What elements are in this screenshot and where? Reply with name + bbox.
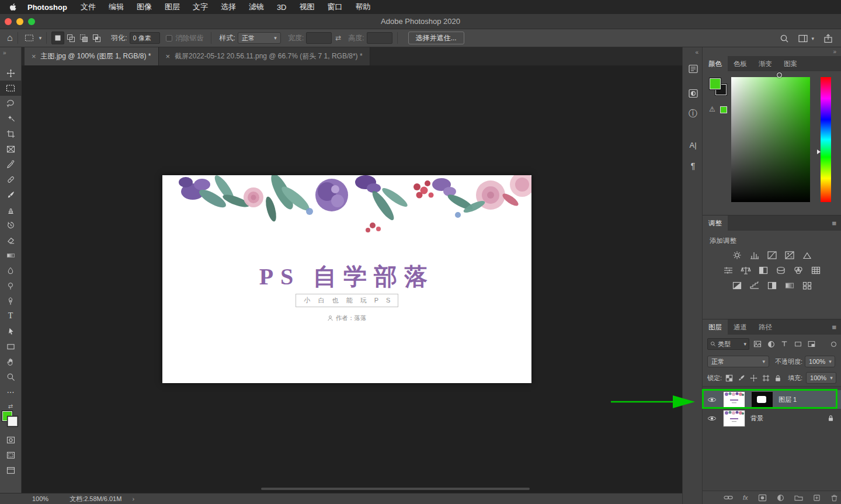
height-input[interactable] [367,32,392,44]
horizontal-scrollbar[interactable] [261,488,530,490]
pen-tool[interactable] [0,293,22,308]
lasso-tool[interactable] [0,96,22,111]
document-tab-2[interactable]: × 截屏2022-05-12 20.56.11.png @ 66.7% (箭头 … [159,47,370,65]
tab-patterns[interactable]: 图案 [778,56,803,71]
new-adjustment-layer-button[interactable] [777,494,784,502]
menu-image[interactable]: 图像 [130,2,158,12]
home-icon[interactable]: ⌂ [7,33,13,43]
gamut-warning-icon[interactable]: ⚠ [709,105,715,113]
add-layer-mask-button[interactable] [758,494,767,502]
invert-adjustment-icon[interactable] [729,279,745,292]
layer-row-background[interactable]: 背景 [703,409,841,427]
crop-tool[interactable] [0,126,22,141]
workspace-switcher[interactable]: ▾ [798,34,814,43]
quick-selection-tool[interactable] [0,111,22,126]
rectangle-shape-tool[interactable] [0,339,22,354]
selective-color-adjustment-icon[interactable] [799,279,815,292]
intersect-selection-button[interactable] [90,32,103,44]
eraser-tool[interactable] [0,232,22,248]
clone-stamp-tool[interactable] [0,202,22,217]
threshold-adjustment-icon[interactable] [764,279,780,292]
menu-edit[interactable]: 编辑 [102,2,130,12]
type-tool[interactable]: T [0,308,22,324]
menu-select[interactable]: 选择 [214,2,242,12]
style-dropdown[interactable]: 正常 ▾ [238,32,281,44]
tab-layers[interactable]: 图层 [703,319,728,335]
feather-input[interactable] [130,32,160,44]
quick-mask-button[interactable] [0,432,22,447]
add-to-selection-button[interactable] [64,32,77,44]
brightness-contrast-adjustment-icon[interactable] [729,249,745,262]
link-layers-button[interactable] [724,494,733,501]
app-menu-name[interactable]: Photoshop [20,3,74,12]
background-color-swatch[interactable] [8,416,18,426]
lock-pixels-button[interactable] [736,373,746,383]
document-canvas[interactable]: PS 自学部落 小 白 也 能 玩 P S 作者：落落 [162,175,531,383]
swap-colors-button[interactable]: ⇄ [8,402,13,410]
gradient-map-adjustment-icon[interactable] [781,279,798,292]
menu-view[interactable]: 视图 [293,2,321,12]
path-selection-tool[interactable] [0,324,22,339]
hand-tool[interactable] [0,354,22,369]
frame-tool[interactable] [0,141,22,157]
screen-mode-button[interactable] [0,447,22,463]
rectangular-marquee-tool[interactable] [0,81,22,96]
canvas-area[interactable]: PS 自学部落 小 白 也 能 玩 P S 作者：落落 [22,65,682,493]
dodge-tool[interactable] [0,278,22,293]
layer-thumbnail[interactable] [724,411,745,426]
search-icon[interactable] [780,34,789,43]
panel-foreground-swatch[interactable] [710,78,721,89]
history-brush-tool[interactable] [0,217,22,232]
new-group-button[interactable] [794,494,803,501]
layer-style-button[interactable]: fx [743,494,748,501]
channel-mixer-adjustment-icon[interactable] [790,264,807,277]
saturation-brightness-field[interactable] [731,77,810,202]
photo-filter-adjustment-icon[interactable] [773,264,789,277]
tab-adjustments[interactable]: 调整 [703,215,728,231]
lock-all-button[interactable] [773,373,783,383]
filter-toggle-button[interactable] [831,342,836,347]
filter-smart-objects-button[interactable] [806,339,816,349]
black-white-adjustment-icon[interactable] [755,264,772,277]
status-chevron-icon[interactable]: › [132,495,134,502]
menu-help[interactable]: 帮助 [349,2,377,12]
brush-tool[interactable] [0,187,22,202]
subtract-from-selection-button[interactable] [77,32,90,44]
menu-layer[interactable]: 图层 [158,2,186,12]
exposure-adjustment-icon[interactable] [781,249,798,262]
vibrance-adjustment-icon[interactable] [799,249,815,262]
info-panel-button[interactable]: ⓘ [683,105,703,122]
tab-channels[interactable]: 通道 [728,319,753,335]
lock-transparency-button[interactable] [724,373,734,383]
color-picker-indicator[interactable] [777,72,782,78]
filter-type-layers-button[interactable] [779,339,790,349]
document-tab-1[interactable]: × 主图.jpg @ 100% (图层 1, RGB/8) * [25,47,159,65]
new-layer-button[interactable] [813,494,821,502]
apple-menu[interactable] [9,3,17,12]
swap-dimensions-icon[interactable]: ⇄ [335,34,341,42]
share-icon[interactable] [823,34,833,43]
menu-3d[interactable]: 3D [270,3,293,12]
hue-slider-indicator[interactable] [817,150,821,154]
hue-saturation-adjustment-icon[interactable] [720,264,736,277]
levels-adjustment-icon[interactable] [746,249,763,262]
posterize-adjustment-icon[interactable] [746,279,763,292]
lock-position-button[interactable] [749,373,759,383]
blur-tool[interactable] [0,263,22,278]
zoom-tool[interactable] [0,369,22,384]
move-tool[interactable] [0,65,22,81]
history-panel-button[interactable] [683,60,703,78]
full-screen-button[interactable] [0,463,22,478]
properties-panel-button[interactable] [683,85,703,102]
delete-layer-button[interactable] [830,494,838,502]
color-lookup-adjustment-icon[interactable] [808,264,824,277]
lock-artboard-button[interactable] [761,373,771,383]
collapse-panels-button[interactable]: » [703,47,841,56]
antialias-checkbox[interactable] [166,35,172,41]
close-tab-icon[interactable]: × [166,52,171,61]
blend-mode-dropdown[interactable]: 正常 ▾ [707,356,769,367]
web-color-chip[interactable] [720,106,727,113]
gradient-tool[interactable] [0,248,22,263]
opacity-dropdown[interactable]: 100% ▾ [805,356,835,367]
layer-filter-type-dropdown[interactable]: 类型 ▾ [707,338,749,350]
